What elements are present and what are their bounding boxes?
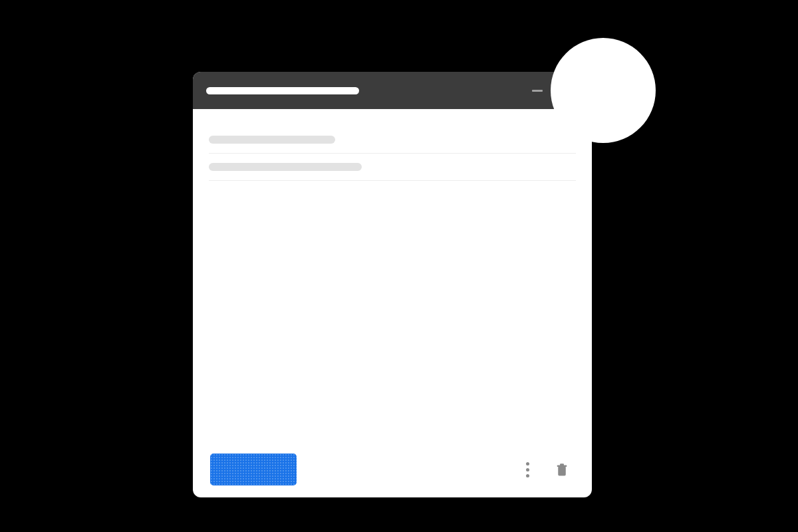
send-button[interactable] — [210, 454, 297, 485]
minimize-icon — [532, 90, 543, 92]
more-options-button[interactable] — [515, 457, 540, 482]
minimize-button[interactable] — [525, 78, 549, 102]
subject-field[interactable] — [209, 154, 576, 181]
subject-placeholder — [209, 163, 362, 171]
message-body-input[interactable] — [209, 181, 576, 442]
compose-footer — [193, 442, 592, 497]
compose-title — [206, 87, 359, 94]
recipients-placeholder — [209, 136, 335, 144]
compose-titlebar[interactable] — [193, 72, 592, 109]
spotlight-highlight — [551, 38, 656, 143]
svg-rect-0 — [559, 467, 566, 475]
compose-body — [193, 109, 592, 442]
more-vertical-icon — [526, 462, 529, 477]
trash-icon — [555, 462, 569, 477]
delete-button[interactable] — [549, 457, 575, 482]
recipients-field[interactable] — [209, 126, 576, 154]
svg-rect-2 — [560, 464, 564, 466]
compose-window — [193, 72, 592, 497]
